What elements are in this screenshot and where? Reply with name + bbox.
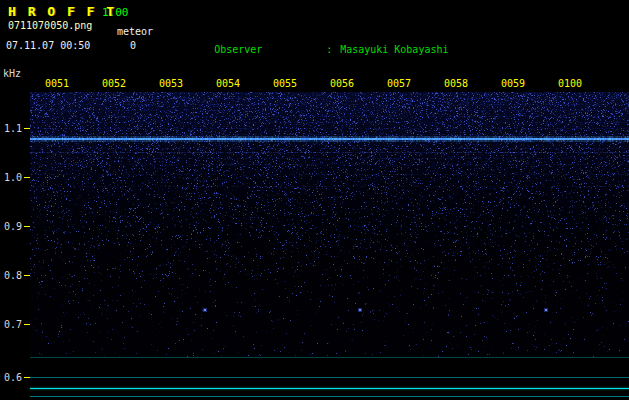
hrofft-screen: H R O F F T 1.00 0711070050.png meteor 0… xyxy=(0,0,629,400)
strip-gridline xyxy=(30,396,629,397)
freq-unit-label: kHz xyxy=(3,68,21,79)
time-label: 0053 xyxy=(159,78,183,89)
freq-label: 0.9 xyxy=(4,221,22,232)
info-separator: : xyxy=(326,43,340,56)
time-label: 0051 xyxy=(45,78,69,89)
time-label: 0056 xyxy=(330,78,354,89)
echo-count: 0 xyxy=(130,40,136,51)
info-value: Masayuki Kobayashi xyxy=(340,44,448,55)
strip-gridline xyxy=(30,377,629,378)
time-label: 0052 xyxy=(102,78,126,89)
app-version: 1.00 xyxy=(102,6,129,19)
freq-label: 1.0 xyxy=(4,172,22,183)
strip-gridline xyxy=(30,357,629,358)
time-label: 0100 xyxy=(558,78,582,89)
freq-label: 0.6 xyxy=(4,372,22,383)
timestamp: 07.11.07 00:50 xyxy=(6,40,90,51)
app-logo: H R O F F T xyxy=(8,4,116,19)
info-row-observer: Observer:Masayuki Kobayashi xyxy=(178,30,623,69)
output-filename: 0711070050.png xyxy=(8,20,92,31)
freq-label: 1.1 xyxy=(4,123,22,134)
freq-label: 0.8 xyxy=(4,270,22,281)
info-label: Observer xyxy=(214,43,326,56)
strip-baseline-trace xyxy=(30,388,629,389)
spectrogram-canvas xyxy=(30,92,629,357)
time-label: 0059 xyxy=(501,78,525,89)
time-label: 0055 xyxy=(273,78,297,89)
time-label: 0058 xyxy=(444,78,468,89)
time-label: 0054 xyxy=(216,78,240,89)
mode-label: meteor xyxy=(117,26,153,37)
freq-label: 0.7 xyxy=(4,319,22,330)
time-label: 0057 xyxy=(387,78,411,89)
